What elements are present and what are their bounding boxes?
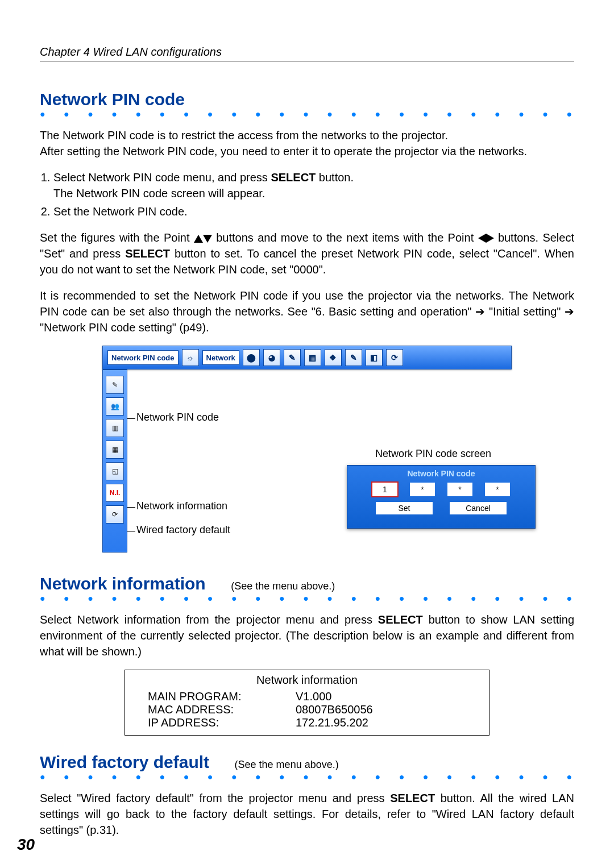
pin-digit-1[interactable]: 1 <box>372 483 397 496</box>
net-info-paragraph: Select Network information from the proj… <box>40 612 574 659</box>
menu-icon: ✎ <box>345 349 362 366</box>
arrow-left-icon <box>478 234 486 243</box>
menu-icon: ◕ <box>263 349 280 366</box>
menu-tab-pin: Network PIN code <box>107 350 179 365</box>
cancel-button[interactable]: Cancel <box>450 502 507 514</box>
pin-digit-3[interactable]: * <box>447 483 472 496</box>
select-keyword: SELECT <box>378 613 423 626</box>
table-value: V1.000 <box>296 690 331 703</box>
side-icon: ▦ <box>106 441 124 459</box>
select-keyword: SELECT <box>390 792 435 804</box>
select-keyword: SELECT <box>271 171 316 184</box>
pin-digit-2[interactable]: * <box>410 483 435 496</box>
section-title: Network PIN code <box>40 90 185 109</box>
page-number: 30 <box>17 836 35 854</box>
table-row: IP ADDRESS: 172.21.95.202 <box>148 716 466 729</box>
menu-icon: ▦ <box>304 349 321 366</box>
network-info-table: Network information MAIN PROGRAM: V1.000… <box>125 670 489 736</box>
pin-digits: 1 * * * <box>347 483 535 496</box>
chapter-header: Chapter 4 Wired LAN configurations <box>40 45 574 61</box>
pin-screen-title: Network PIN code <box>347 469 535 478</box>
pin-buttons: Set Cancel <box>347 502 535 514</box>
table-key: IP ADDRESS: <box>148 716 296 729</box>
text: Select Network PIN code menu, and press <box>53 171 271 184</box>
dotted-rule: ● ● ● ● ● ● ● ● ● ● ● ● ● ● ● ● ● ● ● ● … <box>40 593 574 604</box>
table-value: 08007B650056 <box>296 703 373 716</box>
intro-paragraph: The Network PIN code is to restrict the … <box>40 127 574 159</box>
table-row: MAIN PROGRAM: V1.000 <box>148 690 466 703</box>
set-button[interactable]: Set <box>376 502 433 514</box>
side-icon: ✎ <box>106 376 124 394</box>
arrow-icon: ➔ <box>475 305 485 318</box>
instruction-paragraph: Set the figures with the Point buttons a… <box>40 230 574 277</box>
text: After setting the Network PIN code, you … <box>40 145 527 157</box>
table-row: MAC ADDRESS: 08007B650056 <box>148 703 466 716</box>
text: "Network PIN code setting" (p49). <box>40 321 209 334</box>
arrow-down-icon <box>203 235 212 243</box>
section-note: (See the menu above.) <box>231 580 335 592</box>
step-2: Set the Network PIN code. <box>53 203 574 219</box>
arrow-icon: ➔ <box>565 305 574 318</box>
text: buttons and move to the next items with … <box>216 231 478 244</box>
table-key: MAC ADDRESS: <box>148 703 296 716</box>
text: Select Network information from the proj… <box>40 613 378 626</box>
arrow-right-icon <box>486 234 494 243</box>
page: Chapter 4 Wired LAN configurations Netwo… <box>0 0 614 868</box>
wired-default-paragraph: Select "Wired factory default" from the … <box>40 790 574 838</box>
text: The Network PIN code is to restrict the … <box>40 129 448 142</box>
section-title: Network information <box>40 574 206 593</box>
text: Select "Wired factory default" from the … <box>40 792 390 804</box>
text: Set the figures with the Point <box>40 231 194 244</box>
menu-screenshot: Network PIN code ☼ Network ⬤ ◕ ✎ ▦ ❖ ✎ ◧… <box>102 346 512 563</box>
menu-icon: ✎ <box>284 349 301 366</box>
menu-bar: Network PIN code ☼ Network ⬤ ◕ ✎ ▦ ❖ ✎ ◧… <box>102 346 512 369</box>
step-1-sub: The Network PIN code screen will appear. <box>53 185 574 201</box>
side-icon-ni: N.I. <box>106 484 124 502</box>
dotted-rule: ● ● ● ● ● ● ● ● ● ● ● ● ● ● ● ● ● ● ● ● … <box>40 772 574 782</box>
section-note: (See the menu above.) <box>235 759 339 770</box>
steps-list: Select Network PIN code menu, and press … <box>40 169 574 219</box>
side-icon: ◱ <box>106 462 124 480</box>
callout-pin: Network PIN code <box>136 412 219 423</box>
select-keyword: SELECT <box>125 247 170 260</box>
dotted-rule: ● ● ● ● ● ● ● ● ● ● ● ● ● ● ● ● ● ● ● ● … <box>40 109 574 119</box>
pin-code-screen: Network PIN code 1 * * * Set Cancel <box>347 465 536 529</box>
side-icon-default: ⟳ <box>106 505 124 524</box>
menu-icon: ⟳ <box>386 349 403 366</box>
menu-tab-network: Network <box>202 350 239 365</box>
side-icon-pin: 👥 <box>106 397 124 416</box>
text: "Initial setting" <box>489 305 565 318</box>
callout-info: Network information <box>136 500 227 512</box>
step-1: Select Network PIN code menu, and press … <box>53 169 574 201</box>
table-value: 172.21.95.202 <box>296 716 368 729</box>
text: button. <box>316 171 354 184</box>
section-network-info: Network information (See the menu above.… <box>40 574 574 736</box>
table-title: Network information <box>148 674 466 687</box>
menu-icon: ❖ <box>325 349 342 366</box>
section-title: Wired factory default <box>40 753 209 771</box>
arrow-up-icon <box>194 235 203 243</box>
menu-icon: ⬤ <box>243 349 260 366</box>
menu-icon: ☼ <box>182 349 199 366</box>
section-network-pin: Network PIN code ● ● ● ● ● ● ● ● ● ● ● ●… <box>40 90 574 563</box>
pin-screen-label: Network PIN code screen <box>375 448 491 460</box>
section-wired-default: Wired factory default (See the menu abov… <box>40 753 574 838</box>
table-key: MAIN PROGRAM: <box>148 690 296 703</box>
menu-side-icons: ✎ 👥 ▥ ▦ ◱ N.I. ⟳ <box>102 369 127 553</box>
callout-default: Wired factory default <box>136 524 230 535</box>
recommend-paragraph: It is recommended to set the Network PIN… <box>40 288 574 335</box>
side-icon: ▥ <box>106 419 124 437</box>
menu-icon: ◧ <box>366 349 383 366</box>
pin-digit-4[interactable]: * <box>485 483 510 496</box>
